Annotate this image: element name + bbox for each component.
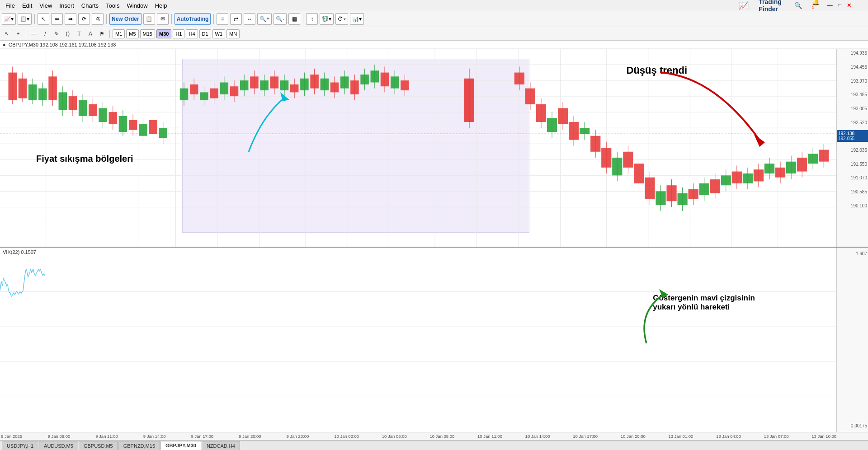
zoom-in-btn[interactable]: 🔍+ — [257, 13, 272, 25]
chart-type-btn[interactable]: 📊▾ — [350, 13, 364, 25]
autotrading-label: AutoTrading — [177, 16, 209, 22]
tf-m1[interactable]: M1 — [113, 29, 125, 38]
toolbar1: 📈▾ 📋▾ ↖ ⬅ ➡ ⟳ 🖨 New Order 📋 ✉ AutoTradin… — [0, 11, 868, 27]
history-btn[interactable]: 📋 — [143, 13, 155, 25]
mail-btn[interactable]: ✉ — [157, 13, 169, 25]
price-level-11: 190.585 — [851, 189, 867, 194]
tf-d1[interactable]: D1 — [199, 29, 211, 38]
time-label-7: 10 Jan 02:00 — [334, 434, 359, 439]
chart-symbol-info: ● — [3, 42, 6, 47]
logo-text: Trading Finder — [755, 0, 785, 14]
price-level-9: 191.550 — [851, 162, 867, 167]
tab-audusd-m5[interactable]: AUDUSD,M5 — [39, 441, 78, 450]
template-btn[interactable]: 📋▾ — [18, 13, 32, 25]
indicator-svg — [0, 257, 836, 432]
print-btn[interactable]: 🖨 — [92, 13, 104, 25]
leftright-btn[interactable]: ⇄ — [230, 13, 242, 25]
menu-view[interactable]: View — [36, 1, 56, 10]
price-level-3: 193.970 — [851, 79, 867, 84]
indicator-chart: VIX(22) 0.1507 Göstergenin mavi çizgisin… — [0, 248, 868, 432]
tab-bar: USDJPY,H1 AUDUSD,M5 GBPUSD,M5 GBPNZD,M15… — [0, 440, 868, 450]
tab-gbpjpy-m30[interactable]: GBPJPY,M30 — [160, 441, 201, 450]
depth-btn[interactable]: ↕ — [306, 13, 318, 25]
menu-edit[interactable]: Edit — [19, 1, 36, 10]
sep1 — [34, 14, 35, 24]
link-btn[interactable]: ↔ — [244, 13, 255, 25]
window-maximize[interactable]: □ — [837, 2, 843, 9]
new-order-btn[interactable]: New Order — [109, 13, 142, 25]
price-level-2: 194.455 — [851, 65, 867, 70]
crosshair-tool[interactable]: ↖ — [2, 29, 12, 39]
timer-btn[interactable]: ⏱▾ — [335, 13, 348, 25]
price-chart: Fiyat sıkışma bölgeleri Düşüş trendi 194… — [0, 49, 868, 248]
price-level-6: 192.520 — [851, 120, 867, 125]
current-price-badge: 192.138 192.055 — [837, 130, 868, 142]
back-btn[interactable]: ⬅ — [51, 13, 63, 25]
tf-m30[interactable]: M30 — [156, 29, 171, 38]
logo-icon: 📈 — [735, 0, 752, 11]
forward-btn[interactable]: ➡ — [65, 13, 76, 25]
tf-h1[interactable]: H1 — [173, 29, 184, 38]
tf-w1[interactable]: W1 — [212, 29, 226, 38]
notification-icon[interactable]: 🔔1 — [808, 0, 823, 14]
time-label-16: 13 Jan 07:00 — [764, 434, 789, 439]
tf-h4[interactable]: H4 — [186, 29, 198, 38]
toolbar2: ↖ + — / ✎ ⟨⟩ T A ⚑ M1 M5 M15 M30 H1 H4 D… — [0, 27, 868, 41]
sep5 — [303, 14, 303, 24]
tf-m5[interactable]: M5 — [126, 29, 138, 38]
time-label-17: 13 Jan 10:00 — [811, 434, 836, 439]
time-label-5: 9 Jan 20:00 — [239, 434, 261, 439]
time-label-8: 10 Jan 05:00 — [382, 434, 407, 439]
cursor-btn[interactable]: ↖ — [38, 13, 49, 25]
squeeze-annotation: Fiyat sıkışma bölgeleri — [36, 154, 133, 164]
window-minimize[interactable]: — — [826, 2, 834, 9]
flag-tool[interactable]: ⚑ — [97, 29, 107, 39]
time-label-15: 13 Jan 04:00 — [716, 434, 741, 439]
menu-file[interactable]: File — [2, 1, 19, 10]
search-icon[interactable]: 🔍 — [791, 1, 806, 10]
tab-gbpusd-m5[interactable]: GBPUSD,M5 — [79, 441, 118, 450]
text-tool[interactable]: T — [74, 29, 84, 39]
fib-tool[interactable]: ⟨⟩ — [63, 29, 73, 39]
menu-tools[interactable]: Tools — [102, 1, 123, 10]
label-tool[interactable]: A — [85, 29, 95, 39]
window-close[interactable]: ✕ — [845, 2, 853, 9]
hline-tool[interactable]: — — [29, 29, 39, 39]
vix-level-low: 0.00175 — [851, 423, 867, 428]
tf-mn[interactable]: MN — [226, 29, 240, 38]
time-label-2: 9 Jan 11:00 — [95, 434, 118, 439]
time-label-14: 13 Jan 01:00 — [668, 434, 693, 439]
time-axis: 9 Jan 2025 9 Jan 08:00 9 Jan 11:00 9 Jan… — [0, 432, 868, 440]
menu-window[interactable]: Window — [123, 1, 151, 10]
price-level-4: 193.485 — [851, 92, 867, 97]
time-label-4: 9 Jan 17:00 — [191, 434, 213, 439]
autotrading-btn[interactable]: AutoTrading — [175, 13, 211, 25]
tab-usdjpy-h1[interactable]: USDJPY,H1 — [2, 441, 38, 450]
symbol-btn[interactable]: 💱▾ — [320, 13, 334, 25]
new-order-label: New Order — [112, 16, 139, 22]
menu-insert[interactable]: Insert — [56, 1, 78, 10]
grid-btn[interactable]: ▦ — [288, 13, 300, 25]
new-chart-btn[interactable]: 📈▾ — [2, 13, 16, 25]
menu-help[interactable]: Help — [151, 1, 171, 10]
tf-m15[interactable]: M15 — [140, 29, 155, 38]
indicator-price-axis: 1.607 0.00175 — [836, 248, 868, 432]
tab-gbpnzd-m15[interactable]: GBPNZD,M15 — [118, 441, 160, 450]
sep-t2 — [109, 30, 110, 38]
tab-nzdcad-h4[interactable]: NZDCAD,H4 — [202, 441, 240, 450]
zoom-out-btn[interactable]: 🔍- — [274, 13, 287, 25]
time-label-12: 10 Jan 17:00 — [573, 434, 598, 439]
charts-container: Fiyat sıkışma bölgeleri Düşüş trendi 194… — [0, 49, 868, 440]
indicators-btn[interactable]: ≡ — [217, 13, 228, 25]
line-tool[interactable]: / — [40, 29, 50, 39]
draw-tool[interactable]: ✎ — [52, 29, 61, 39]
logo-area: 📈 Trading Finder 🔍 🔔1 — □ ✕ — [767, 0, 866, 11]
cross-tool[interactable]: + — [13, 29, 23, 39]
vix-level-high: 1.607 — [856, 251, 867, 256]
time-label-9: 10 Jan 08:00 — [429, 434, 454, 439]
menu-charts[interactable]: Charts — [78, 1, 102, 10]
price-chart-svg — [0, 49, 836, 247]
price-level-12: 190.100 — [851, 203, 867, 208]
refresh-btn[interactable]: ⟳ — [78, 13, 90, 25]
price-axis: 194.935 194.455 193.970 193.485 193.005 … — [836, 49, 868, 247]
